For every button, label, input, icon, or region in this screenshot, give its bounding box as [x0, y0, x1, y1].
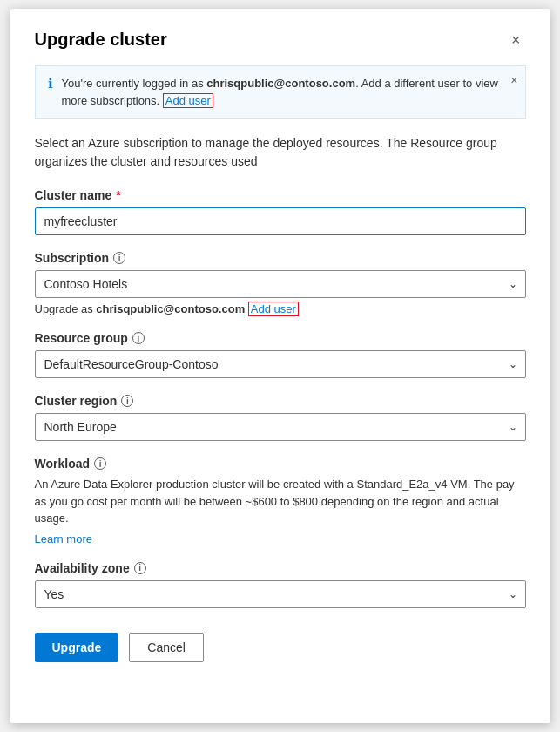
- learn-more-link[interactable]: Learn more: [35, 532, 92, 546]
- cluster-name-group: Cluster name *: [35, 188, 526, 235]
- availability-zone-label: Availability zone i: [35, 561, 526, 575]
- cluster-region-select[interactable]: North Europe: [35, 413, 526, 441]
- cluster-name-input[interactable]: [35, 207, 526, 235]
- info-banner-icon: ℹ: [48, 76, 53, 92]
- workload-label: Workload i: [35, 457, 526, 471]
- form-description: Select an Azure subscription to manage t…: [35, 134, 526, 171]
- workload-description: An Azure Data Explorer production cluste…: [35, 476, 526, 527]
- banner-text-before: You're currently logged in as: [62, 77, 207, 90]
- resource-group-select-wrapper: DefaultResourceGroup-Contoso ⌄: [35, 350, 526, 378]
- upgrade-button[interactable]: Upgrade: [35, 633, 119, 662]
- cluster-region-info-icon: i: [121, 395, 133, 407]
- availability-zone-group: Availability zone i Yes ⌄: [35, 561, 526, 608]
- subscription-group: Subscription i Contoso Hotels ⌄ Upgrade …: [35, 251, 526, 315]
- subscription-add-user-link[interactable]: Add user: [248, 302, 299, 316]
- subscription-info-icon: i: [113, 252, 125, 264]
- workload-group: Workload i An Azure Data Explorer produc…: [35, 457, 526, 546]
- resource-group-label: Resource group i: [35, 331, 526, 345]
- banner-add-user-link[interactable]: Add user: [163, 93, 213, 108]
- resource-group-group: Resource group i DefaultResourceGroup-Co…: [35, 331, 526, 378]
- cluster-region-group: Cluster region i North Europe ⌄: [35, 394, 526, 441]
- footer-buttons: Upgrade Cancel: [35, 633, 526, 662]
- info-banner: ℹ You're currently logged in as chrisqpu…: [35, 65, 526, 119]
- cluster-name-label: Cluster name *: [35, 188, 526, 202]
- dialog-title: Upgrade cluster: [35, 30, 167, 50]
- availability-zone-info-icon: i: [134, 562, 146, 574]
- upgrade-cluster-dialog: Upgrade cluster × ℹ You're currently log…: [10, 9, 550, 723]
- cluster-region-select-wrapper: North Europe ⌄: [35, 413, 526, 441]
- availability-zone-select-wrapper: Yes ⌄: [35, 580, 526, 608]
- workload-info-icon: i: [94, 458, 106, 470]
- subscription-select[interactable]: Contoso Hotels: [35, 270, 526, 298]
- banner-email: chrisqpublic@contoso.com: [206, 77, 355, 90]
- subscription-label: Subscription i: [35, 251, 526, 265]
- dialog-header: Upgrade cluster ×: [35, 30, 526, 50]
- resource-group-info-icon: i: [132, 332, 145, 344]
- cancel-button[interactable]: Cancel: [129, 633, 204, 662]
- close-button[interactable]: ×: [506, 30, 526, 50]
- subscription-hint: Upgrade as chrisqpublic@contoso.com Add …: [35, 302, 526, 315]
- resource-group-select[interactable]: DefaultResourceGroup-Contoso: [35, 350, 526, 378]
- subscription-select-wrapper: Contoso Hotels ⌄: [35, 270, 526, 298]
- required-indicator: *: [116, 188, 120, 202]
- banner-close-button[interactable]: ×: [510, 73, 517, 87]
- cluster-region-label: Cluster region i: [35, 394, 526, 408]
- availability-zone-select[interactable]: Yes: [35, 580, 526, 608]
- info-banner-text: You're currently logged in as chrisqpubl…: [62, 75, 513, 109]
- subscription-hint-email: chrisqpublic@contoso.com: [96, 302, 245, 315]
